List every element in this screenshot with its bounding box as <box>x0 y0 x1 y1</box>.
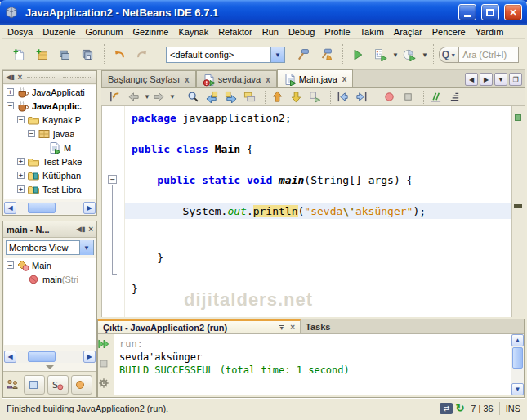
project-row-7[interactable]: +Test Libra <box>4 182 96 196</box>
forward-button[interactable] <box>152 89 169 105</box>
scroll-right-icon[interactable]: ▶ <box>83 202 96 214</box>
close-icon[interactable]: x <box>266 75 270 84</box>
profile-button[interactable] <box>400 44 422 65</box>
menu-profile[interactable]: Profile <box>319 26 355 38</box>
expander-icon[interactable]: − <box>17 116 25 123</box>
output-vscrollbar[interactable]: ▲ ▼ <box>511 334 524 395</box>
next-occurrence-button[interactable] <box>289 89 306 105</box>
chevron-down-icon[interactable]: ▼ <box>144 93 150 101</box>
navigator-view-select[interactable]: Members View ▼ <box>6 240 94 255</box>
scroll-tabs-right-icon[interactable]: ▶ <box>480 73 493 86</box>
menu-dosya[interactable]: Dosya <box>2 26 38 38</box>
quick-search[interactable]: Q▼Ara (Ctrl+I) <box>439 47 519 63</box>
scroll-right-icon[interactable]: ▶ <box>83 351 96 363</box>
output-content[interactable]: run:sevda'aksüngerBUILD SUCCESSFUL (tota… <box>98 334 524 395</box>
code-area[interactable]: package javaapplication2; public class M… <box>132 110 426 297</box>
close-icon[interactable]: x <box>185 75 190 84</box>
titlebar[interactable]: JavaApplication2 - NetBeans IDE 6.7.1 ✕ <box>0 0 527 25</box>
menu-aralar[interactable]: Araçlar <box>389 26 427 38</box>
minimize-panel-icon[interactable]: ◀▮ <box>6 74 15 81</box>
new-project-button[interactable] <box>32 44 53 65</box>
prev-occurrence-button[interactable] <box>270 89 288 105</box>
splitter-collapse-icon[interactable] <box>46 365 54 369</box>
output-tab[interactable]: Çıktı - JavaApplication2 (run) ▼ × <box>98 319 301 333</box>
error-stripe[interactable] <box>511 106 525 317</box>
expander-icon[interactable]: + <box>17 172 25 179</box>
clean-build-button[interactable] <box>316 44 337 65</box>
comment-button[interactable] <box>429 89 446 105</box>
tasks-tab[interactable]: Tasks <box>301 319 335 333</box>
scroll-thumb[interactable] <box>512 347 523 369</box>
panel-grip[interactable] <box>27 77 56 78</box>
menu-yardm[interactable]: Yardım <box>471 26 509 38</box>
refresh-icon[interactable]: ↻ <box>455 402 464 414</box>
last-edit-button[interactable] <box>108 89 125 105</box>
undo-button[interactable] <box>109 44 131 65</box>
code-fold-icon[interactable]: − <box>108 175 117 184</box>
highlight-button[interactable] <box>243 89 260 105</box>
scroll-up-icon[interactable]: ▲ <box>511 334 524 346</box>
settings-button[interactable] <box>99 377 114 391</box>
close-icon[interactable]: x <box>342 74 347 83</box>
navigator-row-1[interactable]: main(Stri <box>4 272 96 286</box>
scroll-left-icon[interactable]: ◀ <box>4 202 16 214</box>
menu-dzenle[interactable]: Düzenle <box>38 26 80 38</box>
config-combobox[interactable]: <default config>▼ <box>166 47 285 63</box>
menu-grnm[interactable]: Görünüm <box>81 26 128 38</box>
project-row-3[interactable]: −javaa <box>4 127 96 141</box>
chevron-down-icon[interactable]: ▼ <box>392 51 399 59</box>
record-macro-button[interactable] <box>382 89 400 105</box>
redo-button[interactable] <box>132 44 154 65</box>
back-button[interactable] <box>127 89 144 105</box>
fold-margin[interactable] <box>102 106 125 317</box>
shift-left-button[interactable] <box>336 89 353 105</box>
menu-takm[interactable]: Takım <box>355 26 389 38</box>
new-file-button[interactable] <box>9 44 30 65</box>
project-row-2[interactable]: −Kaynak P <box>4 113 96 127</box>
menu-kaynak[interactable]: Kaynak <box>173 26 213 38</box>
minimize-button[interactable] <box>458 4 476 20</box>
tab-sevda-java[interactable]: sevda.javax <box>196 70 277 87</box>
code-editor[interactable]: package javaapplication2; public class M… <box>101 106 525 317</box>
expander-icon[interactable]: + <box>17 158 25 165</box>
search-input[interactable]: Ara (Ctrl+I) <box>458 47 519 63</box>
menu-run[interactable]: Run <box>257 26 284 38</box>
close-panel-icon[interactable]: × <box>18 73 23 82</box>
minimize-results-icon[interactable]: ▼ <box>279 325 284 330</box>
close-panel-icon[interactable]: × <box>88 225 93 234</box>
chevron-down-icon[interactable]: ▼ <box>270 47 284 62</box>
maximize-button[interactable] <box>481 4 499 20</box>
chevron-down-icon[interactable]: ▼ <box>422 51 428 59</box>
project-row-1[interactable]: −JavaApplic. <box>4 99 96 113</box>
find-next-button[interactable] <box>224 89 241 105</box>
expander-icon[interactable]: − <box>7 261 14 269</box>
expander-icon[interactable]: − <box>28 130 35 137</box>
show-fields-toggle[interactable] <box>24 375 45 395</box>
chevron-down-icon[interactable]: ▼ <box>79 240 93 255</box>
scroll-tabs-left-icon[interactable]: ◀ <box>465 73 478 86</box>
show-static-toggle[interactable]: S <box>47 375 69 395</box>
build-button[interactable] <box>293 44 315 65</box>
save-all-button[interactable] <box>78 44 99 65</box>
project-row-5[interactable]: +Test Pake <box>4 154 96 168</box>
uncomment-button[interactable] <box>448 89 465 105</box>
expander-icon[interactable]: − <box>7 102 14 109</box>
close-button[interactable]: ✕ <box>504 4 522 20</box>
toggle-highlight-button[interactable] <box>308 89 325 105</box>
tab-ba-lang-sayfas-[interactable]: Başlangıç Sayfasıx <box>101 70 196 87</box>
scroll-left-icon[interactable]: ◀ <box>4 351 16 363</box>
open-project-button[interactable] <box>55 44 76 65</box>
panel-grip[interactable] <box>63 77 92 78</box>
project-row-4[interactable]: M <box>4 141 96 154</box>
expander-icon[interactable]: + <box>17 185 25 193</box>
scroll-thumb[interactable] <box>28 351 56 362</box>
menu-debug[interactable]: Debug <box>284 26 319 38</box>
maximize-editor-icon[interactable]: ❐ <box>509 73 522 86</box>
menu-pencere[interactable]: Pencere <box>427 26 471 38</box>
tab-list-icon[interactable]: ▼ <box>494 73 507 86</box>
find-prev-button[interactable] <box>205 89 222 105</box>
show-public-toggle[interactable] <box>71 375 92 395</box>
shift-right-button[interactable] <box>355 89 372 105</box>
menu-refaktor[interactable]: Refaktor <box>213 26 257 38</box>
projects-hscrollbar[interactable]: ◀ ▶ <box>4 202 96 214</box>
